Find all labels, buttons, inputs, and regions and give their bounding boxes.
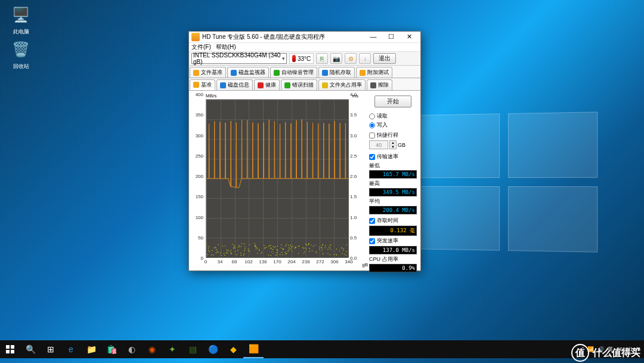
taskbar-hdtune-icon[interactable]: 🟧 [243, 340, 264, 358]
svg-point-100 [302, 247, 303, 248]
svg-point-63 [322, 250, 323, 250]
svg-point-1 [226, 253, 227, 253]
svg-point-178 [304, 248, 304, 248]
tab-错误扫描[interactable]: 错误扫描 [281, 79, 317, 90]
svg-point-129 [231, 250, 231, 250]
svg-point-164 [330, 249, 331, 250]
tab-附加测试[interactable]: 附加测试 [356, 67, 392, 78]
svg-point-16 [343, 250, 343, 251]
svg-point-127 [299, 246, 299, 247]
svg-point-159 [227, 250, 227, 250]
svg-point-134 [237, 250, 238, 250]
svg-point-44 [344, 254, 345, 254]
svg-point-130 [242, 243, 242, 244]
hdtune-window: HD Tune 专业版 5.60 - 硬盘/固态硬盘实用程序 — ☐ ✕ 文件(… [188, 31, 421, 271]
tab-磁盘监视器[interactable]: 磁盘监视器 [227, 67, 269, 78]
tab-icon [370, 82, 376, 88]
taskbar-edge-icon[interactable]: e [61, 340, 81, 358]
svg-point-111 [248, 251, 249, 251]
taskbar-app-icon[interactable]: ◉ [142, 340, 162, 358]
tab-文件夹占用率[interactable]: 文件夹占用率 [318, 79, 366, 90]
taskbar-store-icon[interactable]: 🛍️ [101, 340, 122, 358]
shortstroke-spinner[interactable]: 40 ▲▼ GB [369, 140, 417, 149]
toolbar-screenshot-button[interactable]: 📷 [330, 53, 342, 64]
write-radio[interactable]: 写入 [369, 121, 417, 129]
tab-icon [258, 82, 264, 88]
y-axis-unit: MB/s [206, 93, 216, 99]
svg-point-72 [315, 251, 316, 252]
titlebar[interactable]: HD Tune 专业版 5.60 - 硬盘/固态硬盘实用程序 — ☐ ✕ [189, 32, 420, 43]
svg-point-139 [312, 250, 312, 251]
taskbar-explorer-icon[interactable]: 📁 [81, 340, 101, 358]
chart-area: MB/s ms 050100150200250300350400 0.00.51… [189, 91, 369, 273]
svg-point-103 [325, 247, 326, 248]
tab-label: 文件夹占用率 [330, 81, 362, 89]
svg-point-31 [268, 254, 269, 255]
svg-point-84 [217, 251, 218, 251]
toolbar-settings-button[interactable]: ⚙ [345, 53, 357, 64]
svg-point-122 [319, 248, 320, 249]
taskbar-app-icon[interactable]: ✦ [162, 340, 182, 358]
svg-point-125 [224, 255, 225, 256]
svg-point-19 [264, 245, 264, 245]
svg-point-175 [254, 244, 255, 244]
tab-随机存取[interactable]: 随机存取 [318, 67, 355, 78]
svg-point-87 [239, 245, 240, 246]
desktop-icon-this-pc[interactable]: 🖥️ 此电脑 [6, 4, 36, 36]
tab-磁盘信息[interactable]: 磁盘信息 [216, 79, 253, 90]
exit-button[interactable]: 退出 [373, 53, 396, 64]
y-axis: 050100150200250300350400 [193, 94, 205, 258]
taskbar-taskview-icon[interactable]: ⊞ [41, 340, 61, 358]
svg-point-55 [290, 246, 291, 247]
minimize-button[interactable]: — [364, 32, 382, 42]
shortstroke-checkbox[interactable]: 快捷行程 [369, 131, 417, 139]
taskbar-steam-icon[interactable]: ◐ [122, 340, 142, 358]
taskbar[interactable]: 🔍 ⊞ e 📁 🛍️ ◐ ◉ ✦ ▤ 🔵 ◆ 🟧 ˆ 📶 🔊 英 2018/11… [0, 340, 644, 358]
desktop: 🖥️ 此电脑 🗑️ 回收站 HD Tune 专业版 5.60 - 硬盘/固态硬盘… [0, 0, 644, 363]
read-radio[interactable]: 读取 [369, 112, 417, 120]
svg-point-36 [264, 248, 265, 249]
menu-help[interactable]: 帮助(H) [216, 43, 236, 51]
maximize-button[interactable]: ☐ [382, 32, 400, 42]
tab-健康[interactable]: 健康 [254, 79, 280, 90]
svg-point-66 [213, 254, 213, 255]
svg-point-61 [225, 245, 225, 246]
desktop-icon-recycle-bin[interactable]: 🗑️ 回收站 [6, 38, 36, 70]
spinner-arrows-icon[interactable]: ▲▼ [389, 140, 397, 149]
taskbar-app-icon[interactable]: ◆ [223, 340, 243, 358]
burst-rate-checkbox[interactable]: 突发速率 [369, 237, 417, 245]
tab-文件基准[interactable]: 文件基准 [190, 67, 226, 78]
svg-point-124 [298, 253, 299, 254]
transfer-rate-checkbox[interactable]: 传输速率 [369, 153, 417, 161]
menu-file[interactable]: 文件(F) [191, 43, 211, 51]
tab-基准[interactable]: 基准 [190, 79, 215, 90]
svg-point-3 [308, 244, 308, 245]
start-button[interactable]: 开始 [374, 96, 411, 107]
svg-point-161 [289, 248, 289, 248]
access-time-checkbox[interactable]: 存取时间 [369, 217, 417, 224]
taskbar-search-icon[interactable]: 🔍 [20, 340, 41, 358]
tab-擦除[interactable]: 擦除 [367, 79, 392, 90]
close-button[interactable]: ✕ [400, 32, 418, 42]
tab-自动噪音管理[interactable]: 自动噪音管理 [270, 67, 317, 78]
cpu-label: CPU 占用率 [369, 256, 417, 263]
recycle-icon: 🗑️ [10, 38, 32, 61]
svg-point-4 [271, 251, 272, 252]
y2-axis: 0.00.51.01.52.02.53.03.54.0 [349, 94, 360, 258]
svg-point-179 [286, 253, 286, 254]
drive-select[interactable]: INTEL SSDSCKKB340G4M (340 gB) [191, 53, 287, 64]
svg-point-118 [292, 251, 292, 251]
svg-point-14 [270, 248, 271, 248]
tab-icon [231, 70, 237, 76]
temperature-indicator: 33°C [289, 53, 314, 64]
tab-label: 磁盘监视器 [239, 69, 265, 76]
max-label: 最高 [369, 180, 417, 187]
svg-point-77 [323, 254, 323, 254]
start-menu-button[interactable] [0, 340, 20, 358]
tab-icon [193, 70, 199, 76]
taskbar-chrome-icon[interactable]: 🔵 [203, 340, 223, 358]
toolbar-save-button[interactable]: ↓ [359, 53, 371, 64]
svg-point-80 [211, 254, 212, 255]
taskbar-app-icon[interactable]: ▤ [182, 340, 203, 358]
toolbar-copy-button[interactable]: ⎘ [316, 53, 328, 64]
